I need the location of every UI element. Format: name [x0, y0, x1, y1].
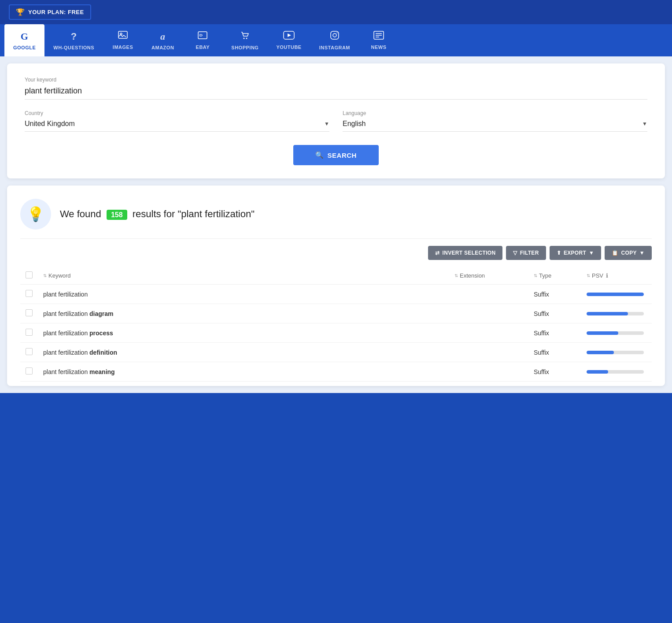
row-keyword: plant fertilization [38, 285, 449, 304]
country-value: United Kingdom [25, 120, 75, 128]
ebay-icon [198, 31, 207, 42]
row-extension [449, 323, 528, 343]
invert-selection-button[interactable]: ⇄ INVERT SELECTION [428, 246, 502, 260]
psv-bar-container [587, 370, 644, 374]
header-checkbox[interactable] [26, 271, 33, 278]
country-select[interactable]: United Kingdom ▼ [25, 118, 329, 132]
keyword-text: plant fertilization [43, 330, 89, 337]
search-button[interactable]: 🔍 SEARCH [293, 145, 379, 165]
filter-button[interactable]: ▽ FILTER [506, 246, 546, 260]
row-checkbox-cell [20, 285, 38, 304]
svg-point-8 [333, 33, 336, 37]
keyword-label: Your keyword [25, 77, 647, 83]
keyword-bold-text: meaning [89, 368, 115, 375]
table-body: plant fertilization Suffix plant fertili… [20, 285, 652, 382]
psv-bar-fill [587, 331, 618, 335]
export-icon: ⬆ [557, 250, 561, 256]
export-label: EXPORT [564, 250, 586, 256]
results-toolbar: ⇄ INVERT SELECTION ▽ FILTER ⬆ EXPORT ▼ 📋… [20, 246, 652, 260]
extension-sort-icon: ⇅ [454, 273, 458, 278]
invert-selection-label: INVERT SELECTION [443, 250, 496, 256]
table-row: plant fertilization meaning Suffix [20, 362, 652, 382]
svg-point-3 [244, 38, 245, 39]
plan-badge: 🏆 YOUR PLAN: FREE [9, 4, 91, 20]
row-checkbox[interactable] [26, 309, 33, 316]
tab-amazon-label: AMAZON [151, 45, 174, 50]
language-arrow-icon: ▼ [642, 121, 647, 127]
tab-youtube[interactable]: YOUTUBE [267, 24, 310, 56]
keyword-header-label: Keyword [48, 272, 71, 279]
tab-news[interactable]: NEWS [359, 24, 399, 56]
images-icon [118, 31, 128, 42]
results-found-suffix: results for "plant fertilization" [130, 208, 255, 219]
header-type: ⇅ Type [528, 267, 581, 285]
instagram-icon [330, 30, 340, 42]
export-dropdown-icon: ▼ [589, 250, 594, 256]
copy-icon: 📋 [612, 250, 618, 256]
copy-label: COPY [621, 250, 637, 256]
row-checkbox[interactable] [26, 329, 33, 336]
row-keyword: plant fertilization process [38, 323, 449, 343]
tab-shopping-label: SHOPPING [231, 45, 258, 50]
keyword-text: plant fertilization [43, 349, 89, 356]
psv-bar-container [587, 351, 644, 354]
psv-bar-fill [587, 370, 608, 374]
language-label: Language [343, 110, 647, 116]
tab-images[interactable]: IMAGES [103, 24, 143, 56]
language-select[interactable]: English ▼ [343, 118, 647, 132]
psv-bar-fill [587, 351, 614, 354]
language-group: Language English ▼ [343, 110, 647, 132]
tab-wh-questions-label: WH-QUESTIONS [53, 45, 94, 50]
results-found-prefix: We found [60, 208, 104, 219]
keyword-input[interactable] [25, 85, 647, 100]
psv-info-icon[interactable]: ℹ [606, 272, 608, 279]
table-row: plant fertilization process Suffix [20, 323, 652, 343]
export-button[interactable]: ⬆ EXPORT ▼ [550, 246, 602, 260]
copy-button[interactable]: 📋 COPY ▼ [605, 246, 652, 260]
row-psv [581, 343, 652, 362]
table-row: plant fertilization diagram Suffix [20, 304, 652, 323]
tab-wh-questions[interactable]: ? WH-QUESTIONS [44, 24, 103, 56]
row-extension [449, 343, 528, 362]
row-psv [581, 323, 652, 343]
row-extension [449, 362, 528, 382]
tab-google[interactable]: G GOOGLE [4, 24, 44, 56]
results-table: ⇅ Keyword ⇅ Extension ⇅ Type [20, 267, 652, 382]
invert-selection-icon: ⇄ [435, 250, 439, 256]
psv-bar-bg [587, 293, 644, 296]
row-checkbox-cell [20, 343, 38, 362]
filter-label: FILTER [520, 250, 539, 256]
svg-rect-0 [118, 31, 127, 38]
row-checkbox-cell [20, 362, 38, 382]
country-label: Country [25, 110, 329, 116]
psv-bar-bg [587, 370, 644, 374]
tab-shopping[interactable]: SHOPPING [222, 24, 267, 56]
extension-header-label: Extension [460, 272, 485, 279]
amazon-icon: a [160, 31, 166, 42]
psv-bar-container [587, 293, 644, 296]
shopping-icon [240, 30, 250, 42]
psv-bar-bg [587, 331, 644, 335]
row-checkbox[interactable] [26, 367, 33, 375]
row-extension [449, 304, 528, 323]
header-extension: ⇅ Extension [449, 267, 528, 285]
keyword-bold-text: process [89, 330, 113, 337]
language-value: English [343, 120, 366, 128]
nav-tabs: G GOOGLE ? WH-QUESTIONS IMAGES a AMAZON … [0, 24, 672, 56]
search-btn-label: SEARCH [328, 152, 357, 159]
table-header: ⇅ Keyword ⇅ Extension ⇅ Type [20, 267, 652, 285]
tab-ebay[interactable]: EBAY [183, 24, 222, 56]
row-checkbox[interactable] [26, 348, 33, 355]
row-checkbox[interactable] [26, 290, 33, 297]
row-checkbox-cell [20, 323, 38, 343]
psv-bar-container [587, 331, 644, 335]
keyword-text: plant fertilization [43, 368, 89, 375]
tab-ebay-label: EBAY [196, 44, 210, 50]
copy-dropdown-icon: ▼ [639, 250, 645, 256]
news-icon [373, 31, 384, 42]
tab-amazon[interactable]: a AMAZON [143, 24, 183, 56]
country-group: Country United Kingdom ▼ [25, 110, 329, 132]
psv-header-label: PSV [592, 272, 603, 279]
svg-rect-2 [198, 32, 207, 39]
tab-instagram[interactable]: INSTAGRAM [310, 24, 359, 56]
